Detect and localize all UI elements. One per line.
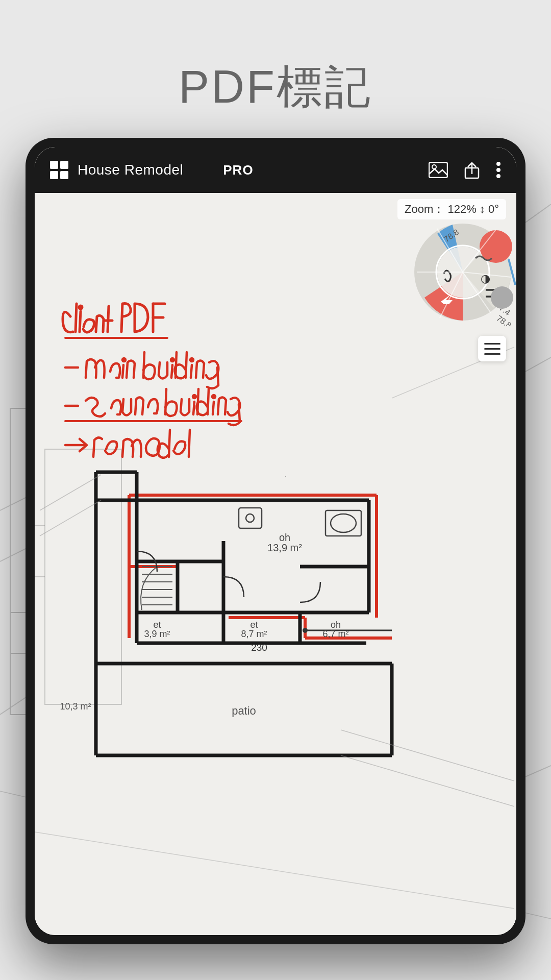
- svg-line-67: [169, 430, 170, 457]
- share-icon[interactable]: [463, 161, 481, 179]
- svg-text:et: et: [250, 620, 258, 630]
- svg-rect-106: [239, 508, 262, 528]
- hamburger-menu-button[interactable]: [478, 336, 506, 361]
- zoom-label: Zoom：: [405, 203, 444, 215]
- zoom-icon: ↕: [480, 203, 488, 215]
- pro-badge: PRO: [223, 162, 253, 178]
- grid-icon[interactable]: [50, 161, 68, 179]
- svg-text:3,9 m²: 3,9 m²: [144, 629, 170, 639]
- svg-point-14: [496, 162, 500, 166]
- svg-point-40: [79, 306, 82, 309]
- svg-line-63: [213, 402, 214, 414]
- svg-point-27: [491, 286, 513, 309]
- phone-frame: House Remodel PRO: [26, 138, 525, 944]
- top-bar: House Remodel PRO: [35, 147, 516, 193]
- svg-line-126: [40, 475, 101, 510]
- app-title: House Remodel: [78, 162, 183, 178]
- svg-point-52: [171, 358, 174, 361]
- svg-point-11: [432, 165, 436, 169]
- content-area: Zoom： 122% ↕ 0°: [35, 193, 516, 935]
- svg-rect-10: [429, 162, 447, 178]
- svg-point-105: [331, 514, 356, 532]
- svg-point-16: [496, 174, 500, 178]
- svg-line-51: [171, 365, 172, 378]
- svg-line-58: [165, 389, 166, 414]
- zoom-rotation: 0°: [488, 203, 499, 215]
- svg-point-15: [496, 168, 500, 172]
- svg-line-55: [191, 365, 192, 378]
- svg-line-38: [76, 304, 77, 332]
- svg-line-50: [143, 352, 144, 378]
- svg-text:230: 230: [251, 642, 267, 653]
- svg-text:13,9 m²: 13,9 m²: [267, 542, 302, 553]
- svg-text:10,3 m²: 10,3 m²: [60, 701, 91, 712]
- svg-line-127: [40, 500, 101, 536]
- svg-line-129: [341, 755, 514, 806]
- svg-text:6,7 m²: 6,7 m²: [322, 629, 348, 639]
- svg-line-130: [35, 832, 514, 909]
- svg-line-54: [186, 352, 187, 378]
- svg-text:patio: patio: [232, 704, 256, 717]
- svg-point-20: [480, 230, 512, 263]
- svg-point-49: [122, 358, 126, 361]
- svg-text:78.8: 78.8: [495, 314, 513, 326]
- svg-line-59: [193, 402, 194, 414]
- svg-point-60: [193, 395, 196, 398]
- svg-point-107: [246, 514, 254, 522]
- svg-text:.: .: [285, 470, 287, 479]
- phone-screen: House Remodel PRO: [35, 147, 516, 935]
- svg-line-39: [80, 311, 81, 332]
- svg-text:8,7 m²: 8,7 m²: [241, 629, 267, 639]
- svg-line-48: [122, 365, 123, 378]
- svg-text:oh: oh: [279, 532, 290, 543]
- svg-line-62: [208, 389, 209, 414]
- svg-text:oh: oh: [331, 620, 341, 630]
- svg-rect-35: [45, 449, 121, 704]
- svg-text:et: et: [153, 620, 161, 630]
- radial-menu[interactable]: ◑ 78.8 7.4 78.8: [409, 218, 511, 321]
- svg-line-41: [108, 306, 109, 332]
- more-icon[interactable]: [496, 161, 501, 179]
- zoom-value: 122%: [447, 203, 476, 215]
- svg-point-64: [212, 395, 215, 398]
- zoom-indicator: Zoom： 122% ↕ 0°: [397, 199, 506, 219]
- image-icon[interactable]: [429, 162, 448, 178]
- svg-point-56: [190, 358, 193, 361]
- svg-line-68: [189, 430, 190, 457]
